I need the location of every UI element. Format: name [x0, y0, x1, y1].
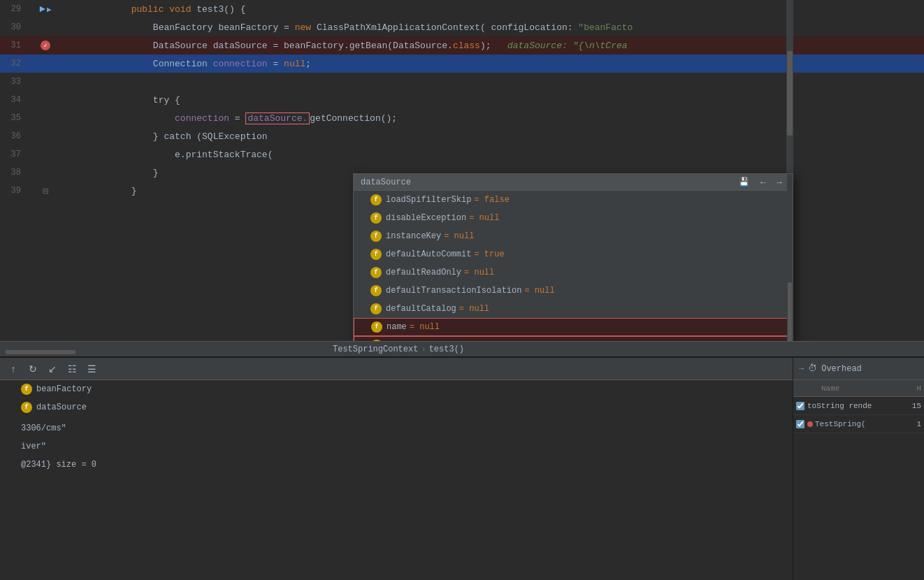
debug-left-panel: ↑ ↻ ↙ ☷ ☰ fbeanFactory fdataSource 3306/… [0, 358, 793, 580]
debug-toolbar: ↑ ↻ ↙ ☷ ☰ [0, 358, 793, 380]
debug-var-5[interactable]: @2341} size = 0 [0, 456, 793, 474]
code-editor: 29 ► ▶ public void test3() { 30 BeanFact… [0, 0, 924, 341]
debug-up-btn[interactable]: ↑ [6, 361, 21, 377]
popup-item-0[interactable]: floadSpifilterSkip= false [354, 191, 793, 209]
line-number-29: 29 [0, 4, 28, 14]
popup-item-value-7: = null [410, 322, 440, 332]
gutter-29: ► ▶ [28, 3, 63, 15]
popup-item-1[interactable]: fdisableException= null [354, 209, 793, 227]
popup-scrollbar[interactable] [787, 174, 793, 341]
line-number-34: 34 [0, 95, 28, 105]
popup-item-4[interactable]: fdefaultReadOnly= null [354, 263, 793, 282]
overhead-clock-icon: ⏱ [808, 363, 817, 374]
editor-scroll-thumb [787, 51, 793, 136]
debug-var-0[interactable]: fbeanFactory [0, 380, 793, 398]
overhead-check-0[interactable] [796, 402, 804, 410]
datasource-popup[interactable]: dataSource 💾 ← → floadSpifilterSkip= fal… [353, 173, 793, 341]
debug-var-name-0: beanFactory [36, 384, 92, 394]
overhead-arrow-icon: → [799, 364, 804, 374]
step-indicator: ▶ [47, 5, 52, 14]
f-icon-1: f [370, 212, 382, 224]
f-icon-0: f [370, 194, 382, 205]
popup-item-name-0: loadSpifilterSkip [386, 195, 471, 205]
line-number-37: 37 [0, 150, 28, 159]
breakpoint-31: ✓ [41, 41, 50, 50]
debug-content[interactable]: fbeanFactory fdataSource 3306/cms" iver"… [0, 380, 793, 580]
popup-item-name-7: name [387, 322, 407, 332]
debug-var-name-3: 3306/cms" [21, 423, 66, 433]
debug-var-name-5: @2341} size = 0 [21, 460, 96, 470]
overhead-title: Overhead [821, 364, 862, 374]
popup-forward-btn[interactable]: → [772, 177, 786, 187]
debug-menu-btn[interactable]: ☰ [84, 361, 99, 377]
code-line-32: 32 Connection connection = null; [0, 55, 924, 73]
overhead-col-hits: H [903, 384, 924, 393]
overhead-row-1[interactable]: TestSpring( 1 [793, 415, 924, 433]
breadcrumb-class: TestSpringContext [333, 345, 418, 354]
overhead-val-0: 15 [907, 402, 924, 410]
popup-item-value-8: = "root" [430, 340, 470, 341]
popup-item-5[interactable]: fdefaultTransactionIsolation= null [354, 282, 793, 300]
overhead-col-name: Name [807, 384, 903, 393]
popup-title: dataSource [361, 177, 411, 187]
overhead-check-1[interactable] [796, 420, 804, 428]
line-number-35: 35 [0, 113, 28, 123]
popup-item-name-3: defaultAutoCommit [386, 249, 471, 259]
f-icon-6: f [370, 303, 382, 314]
popup-item-value-3: = true [474, 249, 504, 259]
f-icon-2: f [370, 231, 382, 242]
gutter-31: ✓ [28, 41, 63, 50]
f-icon-5: f [370, 285, 382, 296]
debug-var-3[interactable]: 3306/cms" [0, 419, 793, 437]
popup-scrollbar-thumb [788, 282, 792, 341]
f-icon-8: f [371, 340, 382, 341]
debug-grid-btn[interactable]: ☷ [64, 361, 80, 377]
popup-item-2[interactable]: finstanceKey= null [354, 227, 793, 245]
line-number-39: 39 [0, 186, 28, 196]
debug-var-name-1: dataSource [36, 403, 87, 412]
popup-item-value-0: = false [474, 195, 509, 205]
debug-var-name-4: iver" [21, 442, 46, 451]
overhead-columns: Name H [793, 380, 924, 397]
popup-icon: 💾 [739, 177, 749, 187]
line-number-30: 30 [0, 22, 28, 32]
popup-item-value-5: = null [524, 286, 554, 296]
popup-item-8[interactable]: ▶ fusername= "root" [354, 336, 793, 341]
popup-header: dataSource 💾 ← → [354, 174, 793, 191]
popup-item-6[interactable]: fdefaultCatalog= null [354, 300, 793, 318]
overhead-header: → ⏱ Overhead [793, 358, 924, 380]
overhead-row-0[interactable]: toString rende 15 [793, 397, 924, 415]
debug-var-1[interactable]: fdataSource [0, 398, 793, 416]
debug-f-icon-1: f [21, 402, 32, 413]
gutter-39: ⊟ [28, 185, 63, 197]
popup-item-name-6: defaultCatalog [386, 304, 456, 314]
scrollbar-thumb [6, 350, 75, 354]
overhead-name-1: TestSpring( [807, 420, 907, 428]
popup-list: floadSpifilterSkip= false fdisableExcept… [354, 191, 793, 341]
popup-item-value-2: = null [444, 231, 474, 241]
editor-scrollbar[interactable] [6, 347, 327, 351]
debug-refresh-btn[interactable]: ↻ [25, 361, 41, 377]
popup-back-btn[interactable]: ← [756, 177, 770, 187]
popup-item-value-1: = null [469, 213, 499, 223]
overhead-val-1: 1 [907, 420, 924, 428]
line-number-32: 32 [0, 59, 28, 68]
debug-step-btn[interactable]: ↙ [45, 361, 60, 377]
breadcrumb-method: test3() [429, 345, 464, 354]
popup-item-7[interactable]: fname= null [354, 318, 793, 336]
popup-item-name-2: instanceKey [386, 231, 441, 241]
fold-icon-39: ⊟ [43, 185, 48, 197]
f-icon-7: f [371, 321, 382, 333]
popup-item-value-4: = null [464, 268, 494, 277]
debug-f-icon-0: f [21, 384, 32, 395]
overhead-panel: → ⏱ Overhead Name H toString rende 15 [793, 358, 924, 580]
line-number-33: 33 [0, 77, 28, 87]
popup-item-value-6: = null [459, 304, 489, 314]
debug-var-4[interactable]: iver" [0, 437, 793, 456]
popup-item-name-4: defaultReadOnly [386, 268, 461, 277]
popup-item-3[interactable]: fdefaultAutoCommit= true [354, 245, 793, 263]
line-number-31: 31 [0, 41, 28, 50]
popup-item-name-5: defaultTransactionIsolation [386, 286, 521, 296]
bottom-panel: ↑ ↻ ↙ ☷ ☰ fbeanFactory fdataSource 3306/… [0, 356, 924, 580]
popup-item-name-1: disableException [386, 213, 466, 223]
